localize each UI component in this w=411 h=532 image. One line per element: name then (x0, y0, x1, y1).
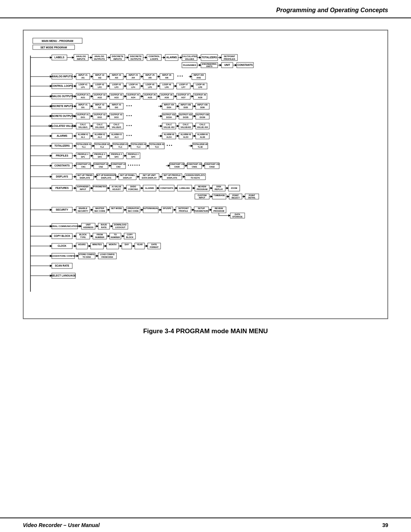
svg-text:LOOP #7: LOOP #7 (179, 83, 188, 86)
svg-text:SET UP TREND: SET UP TREND (77, 174, 92, 176)
svg-text:CN1: CN1 (81, 166, 85, 168)
svg-text:LOOPS: LOOPS (150, 58, 158, 60)
svg-text:ANALOG: ANALOG (94, 55, 104, 58)
svg-text:SEC CODE: SEC CODE (128, 210, 139, 212)
svg-text:ASSIGN DISPLAYS: ASSIGN DISPLAYS (186, 174, 205, 176)
svg-text:DATA DISPLAY: DATA DISPLAY (142, 177, 156, 179)
svg-text:INPUT #36: INPUT #36 (197, 104, 207, 106)
svg-text:INPUT #63: INPUT #63 (193, 74, 204, 76)
svg-text:VALUE#1: VALUE#1 (78, 126, 88, 128)
svg-text:HOURS: HOURS (78, 243, 86, 246)
svg-text:FROM: FROM (97, 233, 103, 236)
svg-text:DISCRETE: DISCRETE (112, 55, 123, 58)
svg-text:RATE: RATE (101, 226, 107, 228)
program-menu-diagram: MAIN MENU - PROGRAM SET MODE PROGRAM LAB… (29, 37, 383, 311)
svg-text:AI6: AI6 (165, 77, 169, 79)
svg-text:REPLAY: REPLAY (215, 188, 223, 190)
svg-text:ENABLE: ENABLE (79, 207, 88, 209)
svg-text:• • • • • •: • • • • • • (128, 163, 140, 167)
svg-text:MINUTES: MINUTES (92, 243, 102, 246)
svg-text:EXPANDER: EXPANDER (77, 185, 89, 188)
svg-text:LABELING: LABELING (179, 187, 190, 189)
footer-page: 39 (382, 522, 388, 528)
svg-text:CN01: CN01 (192, 166, 197, 168)
svg-text:DISPLAYS: DISPLAYS (80, 177, 90, 179)
svg-text:LOOP #5: LOOP #5 (145, 83, 154, 86)
svg-text:OUTPUTS: OUTPUTS (131, 58, 142, 60)
svg-text:CALC: CALC (113, 123, 119, 126)
svg-text:CALC: CALC (199, 123, 205, 126)
svg-text:VALUE#2: VALUE#2 (95, 126, 104, 128)
svg-text:LP2: LP2 (98, 86, 102, 88)
svg-text:LOOP #6: LOOP #6 (162, 83, 171, 86)
svg-text:LOCKOUT: LOCKOUT (115, 226, 126, 228)
svg-text:OUTPUTS: OUTPUTS (94, 58, 105, 60)
svg-text:OPERATOR: OPERATOR (127, 207, 139, 209)
svg-text:SERIAL COMMUNICATIONS: SERIAL COMMUNICATIONS (49, 225, 80, 227)
svg-text:DISK: DISK (216, 185, 221, 188)
svg-text:CONSTANT #32: CONSTANT #32 (204, 163, 220, 165)
svg-text:TO DISK: TO DISK (83, 256, 91, 258)
svg-text:PYROMETRY: PYROMETRY (93, 185, 107, 188)
svg-text:LP4: LP4 (131, 86, 135, 88)
svg-text:DI/DO: DI/DO (130, 185, 136, 188)
svg-text:ANALOG INPUTS: ANALOG INPUTS (52, 75, 72, 78)
svg-text:TL48: TL48 (198, 146, 203, 148)
svg-text:LP8: LP8 (198, 86, 202, 88)
svg-text:INPUT: INPUT (199, 197, 206, 199)
page-footer: Video Recorder – User Manual 39 (0, 518, 411, 532)
svg-text:CLOCK: CLOCK (57, 244, 66, 247)
svg-text:AI2: AI2 (98, 77, 102, 79)
svg-text:DO34: DO34 (166, 116, 172, 118)
svg-text:TL1: TL1 (82, 146, 86, 148)
svg-text:CN3: CN3 (116, 166, 120, 168)
svg-text:SP3: SP3 (115, 156, 118, 158)
svg-text:AI3: AI3 (115, 77, 118, 79)
svg-text:CALCULATED VALUES: CALCULATED VALUES (48, 125, 76, 127)
svg-text:AO2: AO2 (97, 96, 102, 99)
svg-text:OUTPUT #36: OUTPUT #36 (196, 113, 209, 116)
svg-text:LOOP #1: LOOP #1 (78, 83, 87, 86)
svg-text:OUTPUT #6: OUTPUT #6 (161, 94, 172, 96)
footer-title: Video Recorder – User Manual (23, 522, 100, 528)
svg-text:TL3: TL3 (118, 146, 122, 148)
svg-text:PROFILE #: PROFILE # (128, 153, 139, 155)
svg-text:CALC: CALC (97, 123, 102, 126)
svg-text:SP2: SP2 (98, 156, 102, 158)
svg-text:FEATURES: FEATURES (56, 187, 69, 189)
svg-text:INPUT: INPUT (80, 188, 86, 190)
svg-text:CN2: CN2 (99, 166, 103, 168)
svg-text:PROFILE #: PROFILE # (78, 153, 88, 155)
svg-text:YEAR: YEAR (137, 243, 142, 246)
svg-text:CONSTANTS: CONSTANTS (160, 187, 173, 189)
svg-text:DAY: DAY (124, 243, 129, 246)
svg-text:TOTALIZERS: TOTALIZERS (202, 56, 217, 59)
svg-text:NUMBER: NUMBER (111, 236, 120, 238)
svg-text:CONSTANTS: CONSTANTS (237, 64, 253, 66)
svg-text:ALARMS: ALARMS (166, 56, 177, 59)
svg-text:REVIEW: REVIEW (198, 185, 207, 188)
svg-text:BLOCK: BLOCK (126, 236, 134, 238)
svg-text:COPY BLOCK: COPY BLOCK (54, 235, 70, 237)
svg-text:TO: TO (114, 233, 117, 236)
main-content: MAIN MENU - PROGRAM SET MODE PROGRAM LAB… (0, 18, 411, 518)
svg-text:DI34: DI34 (167, 106, 172, 109)
svg-text:OUTPUT #32: OUTPUT #32 (162, 113, 175, 116)
svg-text:SCAN RATE: SCAN RATE (55, 264, 69, 267)
svg-text:INPUT #2: INPUT #2 (95, 104, 104, 106)
svg-text:SP1/SP2: SP1/SP2 (163, 207, 171, 209)
svg-text:UNITS: UNITS (206, 65, 213, 67)
svg-text:SET UP UNIT: SET UP UNIT (143, 174, 156, 176)
svg-text:AI1: AI1 (81, 77, 85, 79)
svg-text:UNIT: UNIT (86, 224, 91, 226)
svg-text:ADJUST: ADJUST (112, 188, 121, 190)
svg-text:DISCRETE: DISCRETE (130, 55, 142, 58)
svg-text:AO3: AO3 (114, 96, 118, 99)
svg-text:TOTALIZER #5: TOTALIZER #5 (150, 143, 164, 145)
svg-text:INPUT #35: INPUT #35 (180, 104, 191, 106)
svg-text:TOTALIZER #8: TOTALIZER #8 (193, 143, 207, 145)
svg-text:AL54: AL54 (166, 136, 172, 138)
svg-text:LOOP #8: LOOP #8 (196, 83, 204, 86)
svg-text:ALARMS: ALARMS (57, 134, 67, 137)
svg-text:CN30: CN30 (174, 166, 180, 168)
